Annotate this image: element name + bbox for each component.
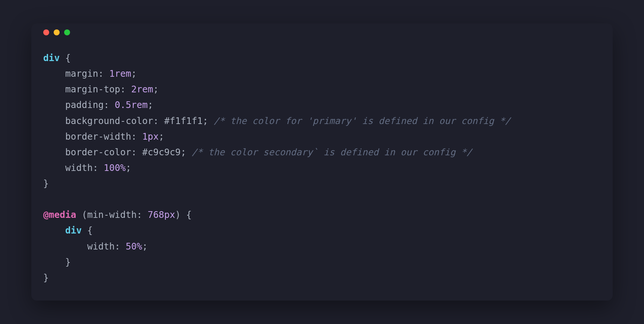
- code-line: border-width: 1px;: [43, 131, 164, 142]
- comment-primary: /* the color for 'primary' is defined in…: [214, 115, 511, 126]
- code-window: div { margin: 1rem; margin-top: 2rem; pa…: [31, 23, 613, 301]
- val-margin: 1rem: [109, 68, 131, 79]
- selector-div: div: [65, 225, 82, 236]
- comment-secondary: /* the color secondary` is defined in ou…: [192, 147, 472, 158]
- prop-margin: margin: [65, 68, 98, 79]
- close-icon[interactable]: [43, 29, 49, 35]
- titlebar: [31, 23, 613, 41]
- code-line: background-color: #f1f1f1; /* the color …: [43, 115, 511, 126]
- code-line: margin-top: 2rem;: [43, 84, 159, 95]
- code-line: div {: [43, 225, 93, 236]
- zoom-icon[interactable]: [64, 29, 70, 35]
- code-line: }: [43, 257, 71, 267]
- code-line: border-color: #c9c9c9; /* the color seco…: [43, 147, 472, 158]
- keyword-media: @media: [43, 209, 76, 220]
- val-border-width: 1px: [142, 131, 159, 142]
- val-border-color: #c9c9c9: [142, 147, 181, 158]
- code-block: div { margin: 1rem; margin-top: 2rem; pa…: [31, 41, 613, 301]
- code-line: @media (min-width: 768px) {: [43, 209, 192, 220]
- prop-margin-top: margin-top: [65, 84, 120, 95]
- code-line: margin: 1rem;: [43, 68, 137, 79]
- prop-border-color: border-color: [65, 147, 131, 158]
- val-min-width: 768px: [148, 209, 175, 220]
- minimize-icon[interactable]: [54, 29, 60, 35]
- prop-min-width: min-width: [87, 209, 137, 220]
- val-width: 100%: [104, 162, 126, 173]
- prop-border-width: border-width: [65, 131, 131, 142]
- code-line: width: 50%;: [43, 241, 148, 252]
- prop-width: width: [87, 241, 115, 252]
- prop-bgcolor: background-color: [65, 115, 153, 126]
- val-padding: 0.5rem: [115, 99, 148, 110]
- prop-width: width: [65, 162, 93, 173]
- code-line: }: [43, 272, 49, 283]
- val-bgcolor: #f1f1f1: [164, 115, 203, 126]
- prop-padding: padding: [65, 99, 104, 110]
- val-width-50: 50%: [126, 241, 142, 252]
- code-line: padding: 0.5rem;: [43, 99, 153, 110]
- selector-div: div: [43, 53, 60, 63]
- val-margin-top: 2rem: [131, 84, 153, 95]
- code-line: width: 100%;: [43, 162, 131, 173]
- code-line: div {: [43, 53, 71, 63]
- code-line: }: [43, 178, 49, 189]
- brace-close: }: [43, 178, 49, 189]
- brace-open: {: [60, 53, 71, 63]
